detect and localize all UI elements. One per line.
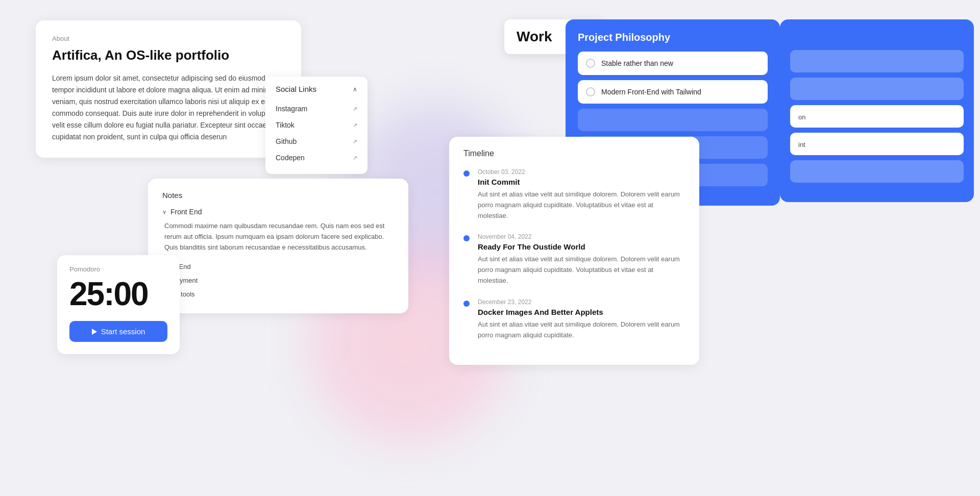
play-icon xyxy=(92,329,97,335)
notes-other-tools[interactable]: Other tools xyxy=(162,287,394,301)
social-links-title: Social Links xyxy=(276,85,316,93)
radio-circle xyxy=(586,87,595,96)
timeline-date-2: December 23, 2022 xyxy=(478,299,685,306)
timeline-dot-0 xyxy=(463,170,470,177)
social-link-github[interactable]: Github ↗ xyxy=(276,133,357,150)
timeline-title-1: Ready For The Oustide World xyxy=(478,242,685,251)
notes-frontend-header[interactable]: ∨ Front End xyxy=(162,208,394,216)
work-title: Work xyxy=(517,29,552,45)
social-links-header[interactable]: Social Links ∧ xyxy=(276,85,357,93)
timeline-item-1: November 04, 2022 Ready For The Oustide … xyxy=(463,233,685,286)
radio-circle xyxy=(586,59,595,68)
timeline-date-1: November 04, 2022 xyxy=(478,233,685,240)
timeline-dot-1 xyxy=(463,235,470,241)
notes-label: Notes xyxy=(162,191,394,200)
timeline-content-1: November 04, 2022 Ready For The Oustide … xyxy=(478,233,685,286)
timeline-item-0: October 03, 2022 Init Commit Aut sint et… xyxy=(463,168,685,221)
blue-ext-item-2 xyxy=(790,78,964,100)
blue-ext-int-label: int xyxy=(798,141,805,148)
timeline-content-2: December 23, 2022 Docker Images And Bett… xyxy=(478,299,685,341)
blue-ext-item-5 xyxy=(790,160,964,183)
project-philosophy-title: Project Philosophy xyxy=(578,32,768,43)
arrow-icon: ↗ xyxy=(353,155,357,161)
philosophy-item-label-1: Modern Front-End with Tailwind xyxy=(601,88,701,96)
blue-ext-on-label: on xyxy=(798,113,805,121)
timeline-title-0: Init Commit xyxy=(478,178,685,186)
timeline-text-2: Aut sint et alias vitae velit aut simili… xyxy=(478,319,685,341)
blue-ext-item-int: int xyxy=(790,133,964,155)
timeline-card: Timeline October 03, 2022 Init Commit Au… xyxy=(449,137,699,365)
arrow-icon: ↗ xyxy=(353,138,357,145)
blue-ext-item-1 xyxy=(790,50,964,72)
arrow-icon: ↗ xyxy=(353,106,357,112)
chevron-up-icon: ∧ xyxy=(353,86,357,93)
notes-card: Notes ∨ Front End Commodi maxime nam qui… xyxy=(148,179,408,313)
timeline-title-2: Docker Images And Better Applets xyxy=(478,308,685,316)
blue-extension-panel: on int xyxy=(780,19,974,202)
timeline-text-1: Aut sint et alias vitae velit aut simili… xyxy=(478,254,685,286)
philosophy-item-0[interactable]: Stable rather than new xyxy=(578,52,768,75)
notes-deployment[interactable]: Deployment xyxy=(162,274,394,287)
social-link-tiktok[interactable]: Tiktok ↗ xyxy=(276,117,357,133)
about-title: Artifica, An OS-like portfolio xyxy=(52,47,285,63)
notes-frontend-content: Commodi maxime nam quibusdam recusandae … xyxy=(162,221,394,253)
philosophy-item-hidden-1 xyxy=(578,109,768,131)
about-card: About Artifica, An OS-like portfolio Lor… xyxy=(36,20,301,158)
timeline-date-0: October 03, 2022 xyxy=(478,168,685,176)
pomodoro-card: Pomodoro 25:00 Start session xyxy=(57,255,180,354)
arrow-icon: ↗ xyxy=(353,122,357,129)
social-link-codepen[interactable]: Codepen ↗ xyxy=(276,150,357,166)
timeline-dot-2 xyxy=(463,301,470,307)
pomodoro-label: Pomodoro xyxy=(69,265,167,273)
start-session-button[interactable]: Start session xyxy=(69,321,167,342)
social-links-card: Social Links ∧ Instagram ↗ Tiktok ↗ Gith… xyxy=(265,77,368,174)
timeline-item-2: December 23, 2022 Docker Images And Bett… xyxy=(463,299,685,341)
notes-section-frontend: ∨ Front End Commodi maxime nam quibusdam… xyxy=(162,208,394,253)
about-body: Lorem ipsum dolor sit amet, consectetur … xyxy=(52,72,285,143)
timeline-header: Timeline xyxy=(463,149,685,158)
social-link-instagram[interactable]: Instagram ↗ xyxy=(276,101,357,117)
philosophy-item-label-0: Stable rather than new xyxy=(601,59,673,67)
timeline-text-0: Aut sint et alias vitae velit aut simili… xyxy=(478,189,685,221)
blue-ext-item-on: on xyxy=(790,105,964,128)
chevron-down-icon: ∨ xyxy=(162,209,166,215)
about-label: About xyxy=(52,35,285,42)
philosophy-item-1[interactable]: Modern Front-End with Tailwind xyxy=(578,80,768,104)
pomodoro-timer: 25:00 xyxy=(69,276,167,312)
notes-backend[interactable]: Back End xyxy=(162,260,394,274)
timeline-content-0: October 03, 2022 Init Commit Aut sint et… xyxy=(478,168,685,221)
